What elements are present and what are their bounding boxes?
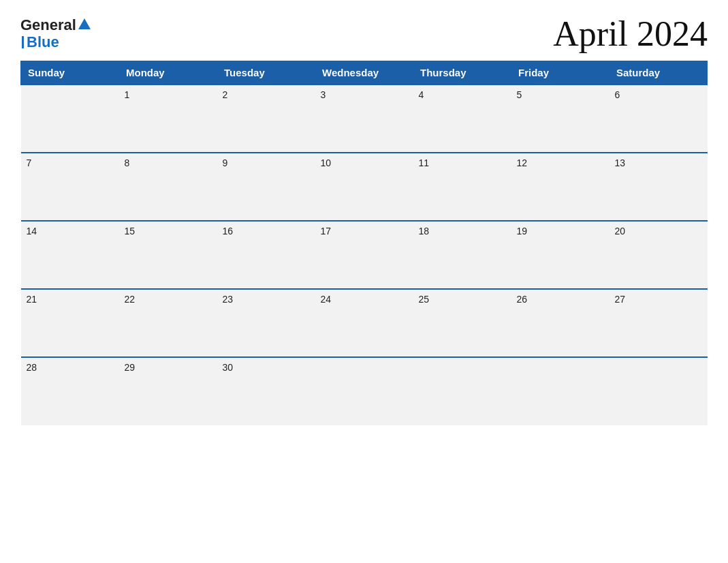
calendar-day-cell: 15 bbox=[119, 221, 217, 289]
calendar-day-cell: 26 bbox=[511, 289, 610, 357]
calendar-day-cell: 8 bbox=[119, 153, 217, 221]
day-number: 21 bbox=[27, 294, 37, 305]
day-number: 19 bbox=[517, 226, 528, 237]
day-number: 28 bbox=[27, 362, 37, 373]
calendar-day-cell: 25 bbox=[413, 289, 511, 357]
day-number: 11 bbox=[419, 157, 430, 168]
calendar-day-cell: 4 bbox=[413, 85, 511, 153]
day-number: 17 bbox=[321, 226, 332, 237]
day-number: 14 bbox=[27, 226, 37, 237]
weekday-header-thursday: Thursday bbox=[413, 61, 511, 85]
calendar-day-cell: 20 bbox=[610, 221, 708, 289]
calendar-week-row: 14151617181920 bbox=[21, 221, 708, 289]
day-number: 12 bbox=[517, 157, 528, 168]
weekday-header-row: SundayMondayTuesdayWednesdayThursdayFrid… bbox=[21, 61, 708, 85]
calendar-table: SundayMondayTuesdayWednesdayThursdayFrid… bbox=[20, 61, 708, 425]
calendar-week-row: 123456 bbox=[21, 85, 708, 153]
calendar-day-cell: 16 bbox=[217, 221, 315, 289]
day-number: 26 bbox=[517, 294, 528, 305]
calendar-body: 1234567891011121314151617181920212223242… bbox=[21, 85, 708, 425]
day-number: 20 bbox=[615, 226, 626, 237]
weekday-header-saturday: Saturday bbox=[610, 61, 708, 85]
logo-blue-bar bbox=[22, 36, 24, 48]
weekday-header-friday: Friday bbox=[511, 61, 610, 85]
calendar-day-cell: 2 bbox=[217, 85, 315, 153]
day-number: 15 bbox=[125, 226, 136, 237]
calendar-header: SundayMondayTuesdayWednesdayThursdayFrid… bbox=[21, 61, 708, 85]
day-number: 30 bbox=[223, 362, 234, 373]
calendar-day-cell: 17 bbox=[315, 221, 413, 289]
calendar-day-cell: 19 bbox=[511, 221, 610, 289]
calendar-week-row: 282930 bbox=[21, 357, 708, 425]
day-number: 29 bbox=[125, 362, 136, 373]
weekday-header-wednesday: Wednesday bbox=[315, 61, 413, 85]
calendar-day-cell bbox=[413, 357, 511, 425]
calendar-day-cell bbox=[315, 357, 413, 425]
calendar-day-cell: 5 bbox=[511, 85, 610, 153]
weekday-header-tuesday: Tuesday bbox=[217, 61, 315, 85]
day-number: 3 bbox=[321, 89, 326, 100]
month-title: April 2024 bbox=[553, 14, 708, 54]
day-number: 8 bbox=[125, 157, 130, 168]
calendar-day-cell: 7 bbox=[21, 153, 119, 221]
calendar-week-row: 78910111213 bbox=[21, 153, 708, 221]
calendar-day-cell: 21 bbox=[21, 289, 119, 357]
calendar-day-cell: 14 bbox=[21, 221, 119, 289]
day-number: 24 bbox=[321, 294, 332, 305]
calendar-day-cell: 28 bbox=[21, 357, 119, 425]
page-header: General Blue April 2024 bbox=[20, 14, 708, 54]
calendar-day-cell bbox=[610, 357, 708, 425]
day-number: 23 bbox=[223, 294, 234, 305]
day-number: 27 bbox=[615, 294, 626, 305]
calendar-day-cell: 27 bbox=[610, 289, 708, 357]
day-number: 16 bbox=[223, 226, 234, 237]
day-number: 2 bbox=[223, 89, 228, 100]
calendar-day-cell bbox=[511, 357, 610, 425]
weekday-header-monday: Monday bbox=[119, 61, 217, 85]
calendar-day-cell: 24 bbox=[315, 289, 413, 357]
calendar-day-cell: 6 bbox=[610, 85, 708, 153]
calendar-day-cell: 13 bbox=[610, 153, 708, 221]
calendar-day-cell: 30 bbox=[217, 357, 315, 425]
day-number: 13 bbox=[615, 157, 626, 168]
calendar-day-cell: 22 bbox=[119, 289, 217, 357]
calendar-day-cell: 10 bbox=[315, 153, 413, 221]
calendar-day-cell: 12 bbox=[511, 153, 610, 221]
day-number: 4 bbox=[419, 89, 424, 100]
day-number: 9 bbox=[223, 157, 228, 168]
day-number: 5 bbox=[517, 89, 522, 100]
calendar-day-cell: 29 bbox=[119, 357, 217, 425]
calendar-day-cell: 3 bbox=[315, 85, 413, 153]
calendar-week-row: 21222324252627 bbox=[21, 289, 708, 357]
logo-general-text: General bbox=[20, 17, 76, 33]
day-number: 10 bbox=[321, 157, 332, 168]
calendar-day-cell bbox=[21, 85, 119, 153]
calendar-day-cell: 23 bbox=[217, 289, 315, 357]
logo-triangle-icon bbox=[78, 18, 91, 29]
calendar-day-cell: 11 bbox=[413, 153, 511, 221]
weekday-header-sunday: Sunday bbox=[21, 61, 119, 85]
logo-blue-text: Blue bbox=[27, 34, 59, 50]
day-number: 25 bbox=[419, 294, 430, 305]
day-number: 6 bbox=[615, 89, 620, 100]
day-number: 18 bbox=[419, 226, 430, 237]
calendar-day-cell: 1 bbox=[119, 85, 217, 153]
day-number: 1 bbox=[125, 89, 130, 100]
day-number: 7 bbox=[27, 157, 32, 168]
calendar-day-cell: 18 bbox=[413, 221, 511, 289]
logo: General Blue bbox=[20, 17, 91, 50]
day-number: 22 bbox=[125, 294, 136, 305]
calendar-day-cell: 9 bbox=[217, 153, 315, 221]
